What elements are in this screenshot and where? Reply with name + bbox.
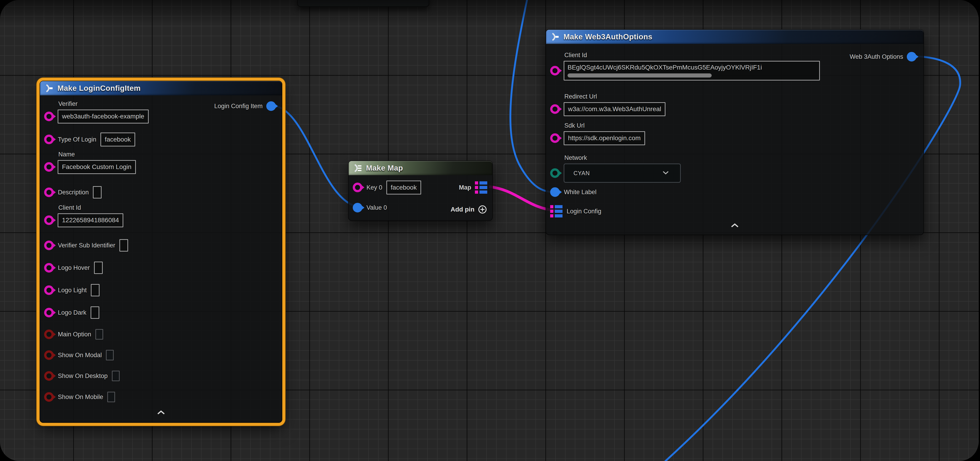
verifier-sub-identifier-field[interactable] (119, 239, 128, 251)
input-pin-redirect-url[interactable] (550, 104, 560, 114)
network-dropdown[interactable]: CYAN (564, 164, 681, 183)
pin-row-logo-light: Logo Light (44, 284, 100, 296)
pin-row-logo-dark: Logo Dark (44, 307, 99, 319)
sdk-url-field[interactable]: https://sdk.openlogin.com (564, 131, 645, 145)
pin-row-logo-hover: Logo Hover (44, 262, 103, 274)
make-struct-icon (44, 83, 54, 93)
output-pin-web3auth-options[interactable] (907, 52, 916, 62)
output-pin-label: Login Config Item (214, 103, 262, 110)
logo-hover-field[interactable] (94, 262, 103, 274)
input-pin-network[interactable] (550, 168, 560, 178)
pin-block-name: Name Facebook Custom Login (44, 151, 136, 174)
pin-row-verifier-sub-identifier: Verifier Sub Identifier (44, 239, 128, 251)
output-pin-label: Web 3Auth Options (850, 53, 903, 60)
pin-row-login-config: Login Config (550, 205, 601, 218)
input-pin-sdk-url[interactable] (550, 133, 560, 143)
pin-row-description: Description (44, 186, 102, 199)
node-make-loginconfigitem[interactable]: Make LoginConfigItem Login Config Item V… (40, 81, 282, 423)
field-scrollbar[interactable] (568, 73, 712, 78)
input-pin-verifier-sub-identifier[interactable] (44, 240, 54, 250)
node-title: Make Map (366, 164, 403, 172)
pin-block-redirect-url: Redirect Url w3a://com.w3a.Web3AuthUnrea… (550, 93, 665, 116)
pin-row-show-on-modal: Show On Modal (44, 350, 114, 360)
input-pin-logo-light[interactable] (44, 285, 54, 295)
input-pin-logo-hover[interactable] (44, 263, 54, 273)
input-pin-name[interactable] (44, 162, 54, 172)
input-pin-verifier[interactable] (44, 111, 54, 121)
add-pin-button[interactable]: Add pin (451, 205, 487, 214)
input-pin-value-0[interactable] (353, 203, 362, 213)
input-pin-description[interactable] (44, 188, 54, 197)
redirect-url-field[interactable]: w3a://com.w3a.Web3AuthUnreal (564, 102, 665, 116)
pin-block-sdk-url: Sdk Url https://sdk.openlogin.com (550, 122, 645, 145)
wire-loginconfigitem-to-value0[interactable] (273, 106, 360, 207)
make-struct-icon (550, 32, 560, 42)
pin-row-key-0: Key 0 facebook (353, 181, 421, 195)
pin-row-show-on-desktop: Show On Desktop (44, 371, 119, 381)
logo-dark-field[interactable] (91, 307, 99, 319)
input-pin-show-on-desktop[interactable] (44, 371, 54, 381)
input-pin-logo-dark[interactable] (44, 308, 54, 317)
input-pin-show-on-mobile[interactable] (44, 392, 54, 402)
input-pin-main-option[interactable] (44, 329, 54, 339)
show-on-modal-checkbox[interactable] (106, 350, 114, 360)
main-option-checkbox[interactable] (95, 329, 103, 340)
show-on-mobile-checkbox[interactable] (107, 392, 115, 402)
pin-row-value-0: Value 0 (353, 203, 387, 213)
output-row-login-config-item: Login Config Item (214, 101, 276, 111)
logo-light-field[interactable] (91, 284, 100, 296)
client-id-field[interactable]: 1222658941886084 (58, 213, 123, 227)
output-row-web3auth-options: Web 3Auth Options (850, 52, 916, 62)
client-id-field[interactable]: BEglQSgt4cUWcj6SKRdu5QkOXTsePmMcusG5EAoy… (564, 61, 820, 81)
node-title: Make Web3AuthOptions (563, 32, 652, 41)
make-map-icon (352, 163, 362, 173)
input-pin-show-on-modal[interactable] (44, 350, 54, 360)
node-make-map[interactable]: Make Map Key 0 facebook Map Value 0 Add … (348, 161, 493, 221)
node-header[interactable]: Make Map (348, 161, 492, 175)
network-dropdown-value: CYAN (573, 170, 590, 176)
offscreen-node-edge[interactable] (298, 0, 429, 7)
pin-block-client-id: Client Id BEglQSgt4cUWcj6SKRdu5QkOXTsePm… (550, 52, 820, 81)
pin-row-white-label: White Label (550, 187, 597, 197)
output-pin-login-config-item[interactable] (266, 101, 276, 111)
input-pin-type-of-login[interactable] (44, 135, 54, 144)
map-output-pin-icon[interactable] (475, 181, 487, 194)
name-field[interactable]: Facebook Custom Login (58, 160, 136, 174)
collapse-chevron-icon[interactable] (730, 223, 739, 229)
verifier-field[interactable]: web3auth-facebook-example (58, 110, 149, 124)
description-field[interactable] (93, 186, 102, 199)
add-pin-icon (478, 205, 487, 214)
pin-block-verifier: Verifier web3auth-facebook-example (44, 100, 149, 124)
pin-row-type-of-login: Type Of Login facebook (44, 133, 135, 146)
collapse-chevron-icon[interactable] (157, 410, 165, 416)
pin-row-show-on-mobile: Show On Mobile (44, 392, 115, 402)
node-title: Make LoginConfigItem (57, 84, 141, 92)
key-0-field[interactable]: facebook (387, 181, 421, 195)
pin-block-client-id: Client Id 1222658941886084 (44, 204, 123, 227)
show-on-desktop-checkbox[interactable] (112, 371, 119, 381)
input-pin-client-id[interactable] (550, 66, 560, 75)
node-header[interactable]: Make Web3AuthOptions (546, 30, 923, 44)
node-header[interactable]: Make LoginConfigItem (40, 81, 282, 95)
node-make-web3authoptions[interactable]: Make Web3AuthOptions Web 3Auth Options C… (546, 29, 924, 235)
map-output-label: Map (459, 184, 471, 191)
chevron-down-icon (662, 170, 669, 176)
pin-block-network: Network CYAN (550, 154, 681, 183)
input-pin-client-id[interactable] (44, 215, 54, 225)
pin-row-main-option: Main Option (44, 329, 103, 340)
input-pin-key-0[interactable] (353, 183, 362, 192)
output-row-map: Map (459, 181, 487, 194)
blueprint-graph-canvas[interactable]: Make LoginConfigItem Login Config Item V… (0, 0, 978, 461)
input-pin-login-config[interactable] (550, 205, 563, 218)
type-of-login-field[interactable]: facebook (100, 133, 135, 146)
input-pin-white-label[interactable] (550, 187, 560, 197)
